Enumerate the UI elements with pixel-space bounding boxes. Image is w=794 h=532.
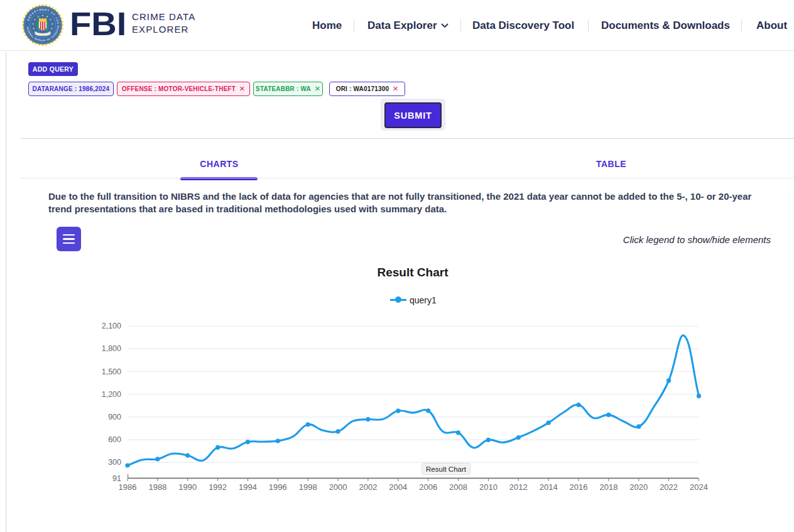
svg-text:91: 91	[112, 474, 121, 483]
svg-text:2020: 2020	[629, 482, 648, 492]
svg-text:600: 600	[108, 435, 121, 444]
svg-text:2002: 2002	[359, 482, 377, 492]
svg-text:1996: 1996	[269, 482, 287, 492]
svg-text:2004: 2004	[389, 482, 407, 492]
svg-text:2022: 2022	[660, 482, 678, 492]
svg-text:2006: 2006	[419, 482, 437, 492]
svg-text:2024: 2024	[690, 482, 708, 492]
svg-text:2,100: 2,100	[102, 322, 121, 330]
svg-text:1986: 1986	[119, 482, 137, 492]
svg-text:2014: 2014	[540, 482, 558, 492]
svg-text:1992: 1992	[209, 482, 227, 492]
svg-text:1990: 1990	[178, 482, 197, 492]
svg-text:1,800: 1,800	[102, 344, 121, 353]
svg-text:300: 300	[108, 458, 121, 467]
svg-text:2008: 2008	[449, 482, 467, 492]
svg-text:2018: 2018	[599, 482, 617, 492]
svg-text:1988: 1988	[148, 482, 166, 492]
svg-text:900: 900	[108, 413, 121, 421]
svg-text:2012: 2012	[509, 482, 528, 492]
svg-text:2000: 2000	[329, 482, 347, 492]
svg-text:1998: 1998	[299, 482, 317, 492]
svg-text:2010: 2010	[479, 482, 498, 492]
svg-text:1994: 1994	[239, 482, 257, 492]
svg-text:2016: 2016	[570, 482, 588, 492]
svg-text:1,500: 1,500	[102, 367, 121, 376]
svg-text:1,200: 1,200	[102, 390, 121, 399]
